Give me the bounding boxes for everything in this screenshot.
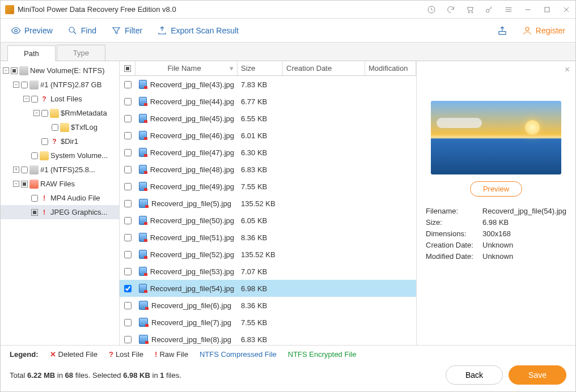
- main-area: − New Volume(E: NTFS) − #1 (NTFS)2.87 GB…: [1, 61, 575, 345]
- file-checkbox[interactable]: [124, 268, 132, 275]
- file-checkbox[interactable]: [124, 149, 132, 156]
- key-icon[interactable]: [485, 5, 494, 14]
- file-size: 7.55 KB: [238, 318, 283, 327]
- file-row[interactable]: Recoverd_jpg_file(48).jpg6.83 KB: [120, 161, 416, 178]
- menu-icon[interactable]: [504, 5, 513, 14]
- drive-icon: [29, 165, 39, 174]
- tree-label: RAW Files: [40, 180, 75, 188]
- file-checkbox[interactable]: [124, 166, 132, 173]
- back-button[interactable]: Back: [446, 365, 503, 385]
- cart-icon[interactable]: [465, 5, 475, 14]
- image-file-icon: [139, 301, 148, 310]
- close-preview-icon[interactable]: ×: [565, 65, 570, 75]
- tree-label: $RmMetadata: [61, 109, 107, 117]
- file-row[interactable]: Recoverd_jpg_file(5).jpg135.52 KB: [120, 195, 416, 212]
- file-checkbox[interactable]: [124, 183, 132, 190]
- folder-tree[interactable]: − New Volume(E: NTFS) − #1 (NTFS)2.87 GB…: [1, 61, 120, 345]
- preview-tool[interactable]: Preview: [11, 25, 53, 36]
- file-size: 6.98 KB: [238, 284, 283, 293]
- refresh-icon[interactable]: [446, 5, 455, 14]
- file-size: 6.83 KB: [238, 165, 283, 174]
- svg-point-6: [69, 27, 74, 32]
- column-size[interactable]: Size: [238, 61, 283, 75]
- tree-checkbox[interactable]: [31, 209, 38, 216]
- select-all-checkbox[interactable]: [124, 65, 131, 72]
- filter-tool[interactable]: Filter: [111, 25, 142, 36]
- file-checkbox[interactable]: [124, 251, 132, 258]
- expander-icon[interactable]: +: [13, 167, 19, 173]
- file-checkbox[interactable]: [124, 200, 132, 207]
- file-checkbox[interactable]: [124, 234, 132, 241]
- lost-mark-icon: ?: [40, 95, 49, 104]
- file-size: 7.55 KB: [238, 182, 283, 191]
- folder-icon: [40, 151, 49, 160]
- file-row[interactable]: Recoverd_jpg_file(51).jpg8.36 KB: [120, 229, 416, 246]
- legend: Legend: ✕Deleted File ?Lost File !Raw Fi…: [10, 350, 566, 359]
- view-tabs: Path Type: [1, 42, 575, 61]
- file-checkbox[interactable]: [124, 132, 132, 139]
- file-name: Recoverd_jpg_file(8).jpg: [151, 335, 231, 344]
- tree-checkbox[interactable]: [31, 195, 38, 202]
- file-rows[interactable]: Recoverd_jpg_file(43).jpg7.83 KBRecoverd…: [120, 76, 416, 345]
- file-checkbox[interactable]: [124, 336, 132, 343]
- tree-checkbox[interactable]: [21, 167, 28, 173]
- file-checkbox[interactable]: [124, 98, 132, 105]
- file-row[interactable]: Recoverd_jpg_file(49).jpg7.55 KB: [120, 178, 416, 195]
- file-name: Recoverd_jpg_file(43).jpg: [150, 80, 234, 89]
- image-file-icon: [139, 114, 147, 123]
- tree-label: JPEG Graphics...: [50, 208, 107, 216]
- clock-icon[interactable]: [427, 5, 436, 14]
- tree-checkbox[interactable]: [21, 82, 28, 88]
- file-checkbox[interactable]: [124, 285, 132, 292]
- preview-button[interactable]: Preview: [470, 181, 522, 197]
- file-checkbox[interactable]: [124, 319, 132, 326]
- expander-icon[interactable]: −: [33, 110, 40, 116]
- register-button[interactable]: Register: [522, 25, 565, 36]
- close-button[interactable]: [562, 5, 571, 14]
- file-checkbox[interactable]: [124, 302, 132, 309]
- save-button[interactable]: Save: [509, 365, 566, 385]
- column-modification[interactable]: Modification: [365, 61, 416, 75]
- export-tool[interactable]: Export Scan Result: [157, 25, 239, 36]
- file-row[interactable]: Recoverd_jpg_file(46).jpg6.01 KB: [120, 127, 416, 144]
- file-row[interactable]: Recoverd_jpg_file(8).jpg6.83 KB: [120, 331, 416, 345]
- minimize-button[interactable]: [523, 5, 532, 14]
- file-row[interactable]: Recoverd_jpg_file(43).jpg7.83 KB: [120, 76, 416, 93]
- expander-icon[interactable]: −: [13, 82, 19, 88]
- file-name: Recoverd_jpg_file(48).jpg: [150, 165, 234, 174]
- expander-icon[interactable]: −: [3, 67, 9, 74]
- svg-rect-7: [499, 31, 506, 34]
- expander-icon[interactable]: −: [13, 181, 19, 187]
- file-checkbox[interactable]: [124, 81, 132, 88]
- tab-type[interactable]: Type: [57, 45, 105, 61]
- maximize-button[interactable]: [543, 5, 552, 14]
- tree-checkbox[interactable]: [52, 124, 58, 131]
- tree-checkbox[interactable]: [31, 96, 38, 103]
- file-row[interactable]: Recoverd_jpg_file(47).jpg6.30 KB: [120, 144, 416, 161]
- file-row[interactable]: Recoverd_jpg_file(53).jpg7.07 KB: [120, 263, 416, 280]
- file-row[interactable]: Recoverd_jpg_file(7).jpg7.55 KB: [120, 314, 416, 331]
- file-row[interactable]: Recoverd_jpg_file(50).jpg6.05 KB: [120, 212, 416, 229]
- tab-path[interactable]: Path: [7, 45, 56, 61]
- find-tool[interactable]: Find: [67, 25, 96, 36]
- expander-icon[interactable]: −: [23, 96, 29, 102]
- file-row[interactable]: Recoverd_jpg_file(52).jpg135.52 KB: [120, 246, 416, 263]
- tree-checkbox[interactable]: [41, 138, 48, 145]
- tree-checkbox[interactable]: [31, 152, 38, 159]
- image-file-icon: [139, 131, 147, 140]
- tree-checkbox[interactable]: [41, 110, 48, 117]
- file-row[interactable]: Recoverd_jpg_file(6).jpg8.36 KB: [120, 297, 416, 314]
- file-row[interactable]: Recoverd_jpg_file(44).jpg6.77 KB: [120, 93, 416, 110]
- toolbar: Preview Find Filter Export Scan Result R…: [1, 19, 575, 42]
- file-row[interactable]: Recoverd_jpg_file(45).jpg6.55 KB: [120, 110, 416, 127]
- column-filename[interactable]: File Name▾: [135, 61, 238, 75]
- tree-checkbox[interactable]: [11, 67, 18, 74]
- svg-point-1: [468, 11, 469, 12]
- tree-checkbox[interactable]: [21, 181, 28, 188]
- file-row[interactable]: Recoverd_jpg_file(54).jpg6.98 KB: [120, 280, 416, 297]
- file-checkbox[interactable]: [124, 115, 132, 122]
- share-button[interactable]: [497, 25, 507, 36]
- column-creation-date[interactable]: Creation Date: [283, 61, 365, 75]
- file-checkbox[interactable]: [124, 217, 132, 224]
- svg-point-5: [15, 29, 18, 32]
